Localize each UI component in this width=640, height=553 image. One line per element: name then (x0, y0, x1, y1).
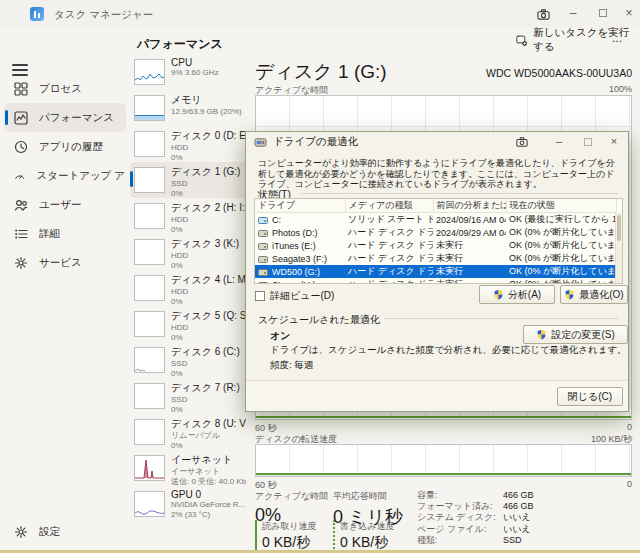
disk-mini-chart (134, 419, 165, 445)
perf-item-disk5[interactable]: ディスク 5 (Q: S:) HDD 0% (130, 306, 248, 342)
gear-icon (14, 525, 28, 539)
history-icon (14, 140, 28, 154)
perf-item-disk1[interactable]: ディスク 1 (G:) SSD 0% (130, 162, 248, 198)
dialog-title: ドライブの最適化 (273, 135, 358, 149)
perf-item-gpu0[interactable]: GPU 0 NVIDIA GeForce R... 2% (33 °C) (130, 486, 248, 522)
perf-item-disk3[interactable]: ディスク 3 (K:) HDD 0% (130, 234, 248, 270)
change-settings-button[interactable]: 設定の変更(S) (523, 325, 628, 344)
more-options-button[interactable]: ... (604, 29, 630, 51)
maximize-button[interactable] (594, 6, 612, 22)
col-header-current-status[interactable]: 現在の状態 (506, 199, 616, 213)
perf-item-disk8[interactable]: ディスク 8 (U: V:) リムーバブル 0% (130, 414, 248, 450)
perf-item-memory[interactable]: メモリ 12.9/63.9 GB (20%) (130, 90, 248, 126)
dialog-minimize-button[interactable]: – (551, 135, 567, 149)
drive-row[interactable]: iTunes (E:) ハード ディスク ドライブ未実行OK (0% が断片化し… (255, 239, 616, 252)
perf-item-disk2[interactable]: ディスク 2 (H: I: J:) HDD 0% (130, 198, 248, 234)
schedule-frequency: 頻度: 毎週 (270, 359, 313, 372)
startup-icon (14, 169, 25, 183)
advanced-view-label: 詳細ビュー(D) (270, 289, 334, 303)
disk-mini-chart (134, 203, 165, 229)
dialog-description: コンピューターがより効率的に動作するようにドライブを最適化したり、ドライブを分析… (258, 158, 620, 189)
disk-panel-title: ディスク 1 (G:) (255, 59, 387, 85)
write-speed-label: 書き込み速度 (340, 520, 413, 533)
sidebar-item-label: スタートアップ アプリ (36, 169, 126, 183)
drive-row[interactable]: Steam (H:) ハード ディスク ドライブ未実行OK (0% が断片化して… (255, 278, 616, 284)
drive-icon (258, 243, 268, 250)
perf-item-disk0[interactable]: ディスク 0 (D: E: F:) HDD 0% (130, 126, 248, 162)
drive-row-selected[interactable]: WD500 (G:) ハード ディスク ドライブ未実行OK (0% が断片化して… (255, 265, 616, 278)
optimize-button[interactable]: 最適化(O) (560, 285, 628, 304)
uac-shield-icon (564, 289, 575, 300)
sidebar-item-performance[interactable]: パフォーマンス (4, 103, 126, 132)
sidebar-item-label: サービス (39, 256, 82, 270)
optimize-drives-dialog: ドライブの最適化 – × コンピューターがより効率的に動作するようにドライブを最… (245, 131, 629, 412)
schedule-group-label: スケジュールされた最適化 (258, 313, 380, 327)
schedule-description: ドライブは、スケジュールされた頻度で分析され、必要に応じて最適化されます。 (270, 344, 620, 357)
sidebar-item-startup-apps[interactable]: スタートアップ アプリ (4, 161, 126, 190)
minimize-button[interactable]: – (564, 6, 582, 22)
drive-icon (258, 256, 268, 263)
sidebar: プロセス パフォーマンス アプリの履歴 スタートアップ アプリ (0, 28, 128, 550)
uac-shield-icon (493, 289, 504, 300)
services-icon (14, 256, 28, 270)
sidebar-item-label: パフォーマンス (39, 111, 114, 125)
disk-mini-chart (134, 167, 165, 193)
sidebar-item-users[interactable]: ユーザー (4, 190, 126, 219)
cpu-mini-chart (134, 59, 165, 85)
sidebar-item-services[interactable]: サービス (4, 248, 126, 277)
col-header-last-run[interactable]: 前回の分析または最... (433, 199, 506, 213)
analyze-button[interactable]: 分析(A) (479, 285, 555, 304)
perf-item-disk4[interactable]: ディスク 4 (L: M: N: O:) HDD 0% (130, 270, 248, 306)
read-speed-stat: 読み取り速度 0 KB/秒 (255, 520, 329, 552)
ethernet-mini-chart (134, 455, 165, 481)
dialog-maximize-button (580, 135, 596, 149)
close-button[interactable]: × (620, 6, 638, 22)
schedule-state: オン (270, 329, 290, 343)
disk-mini-chart (134, 311, 165, 337)
uac-shield-icon (536, 329, 547, 340)
transfer-rate-chart (255, 444, 632, 477)
sidebar-item-details[interactable]: 詳細 (4, 219, 126, 248)
close-dialog-button[interactable]: 閉じる(C) (557, 387, 623, 406)
capture-overlay-icon (534, 6, 552, 22)
col-header-drive[interactable]: ドライブ (255, 199, 345, 213)
drive-row[interactable]: C: ソリッド ステート ドライブ2024/09/16 AM 04...OK (… (255, 213, 616, 227)
sidebar-item-settings[interactable]: 設定 (4, 517, 124, 546)
drive-icon (258, 230, 268, 237)
new-task-icon (516, 34, 527, 47)
drive-icon (258, 269, 268, 276)
window-title: タスク マネージャー (54, 8, 153, 22)
processes-icon (14, 82, 28, 96)
sidebar-item-processes[interactable]: プロセス (4, 74, 126, 103)
disk-mini-chart (134, 383, 165, 409)
drive-row[interactable]: Seagate3 (F:) ハード ディスク ドライブ未実行OK (0% が断片… (255, 252, 616, 265)
details-icon (14, 227, 28, 241)
perf-item-disk7[interactable]: ディスク 7 (R:) SSD 0% (130, 378, 248, 414)
performance-list: CPU 9% 3.60 GHz メモリ 12.9/63.9 GB (20%) デ… (130, 54, 248, 553)
gpu-mini-chart (134, 491, 165, 517)
sidebar-item-app-history[interactable]: アプリの履歴 (4, 132, 126, 161)
drive-icon (258, 282, 268, 285)
write-speed-stat: 書き込み速度 0 KB/秒 (333, 520, 413, 552)
perf-item-disk6[interactable]: ディスク 6 (C:) SSD 0% (130, 342, 248, 378)
perf-item-ethernet[interactable]: イーサネット イーサネット 送信: 0 受信: 40.0 Kbps (130, 450, 248, 486)
window-titlebar: タスク マネージャー – × (0, 0, 640, 28)
list-scrollbar[interactable] (615, 213, 622, 283)
col-header-media-type[interactable]: メディアの種類 (345, 199, 433, 213)
memory-mini-chart (134, 95, 165, 121)
disk-mini-chart (134, 239, 165, 265)
disk-mini-chart (134, 131, 165, 157)
users-icon (14, 198, 28, 212)
device-model: WDC WD5000AAKS-00UU3A0 (486, 67, 632, 79)
sidebar-item-label: アプリの履歴 (39, 140, 103, 154)
drive-list[interactable]: ドライブ メディアの種類 前回の分析または最... 現在の状態 C: ソリッド … (254, 198, 623, 284)
drive-row[interactable]: Photos (D:) ハード ディスク ドライブ2024/09/29 AM 0… (255, 226, 616, 239)
settings-label: 設定 (39, 525, 60, 539)
advanced-view-checkbox[interactable]: 詳細ビュー(D) (255, 289, 334, 303)
disk-statistics: アクティブな時間 0% 平均応答時間 0 ミリ秒 読み取り速度 0 KB/秒 書… (255, 490, 635, 550)
checkbox-box[interactable] (255, 291, 265, 301)
perf-item-cpu[interactable]: CPU 9% 3.60 GHz (130, 54, 248, 90)
dialog-close-button[interactable]: × (606, 135, 622, 149)
avg-response-stat-label: 平均応答時間 (333, 490, 413, 503)
task-manager-app-icon (30, 7, 44, 21)
